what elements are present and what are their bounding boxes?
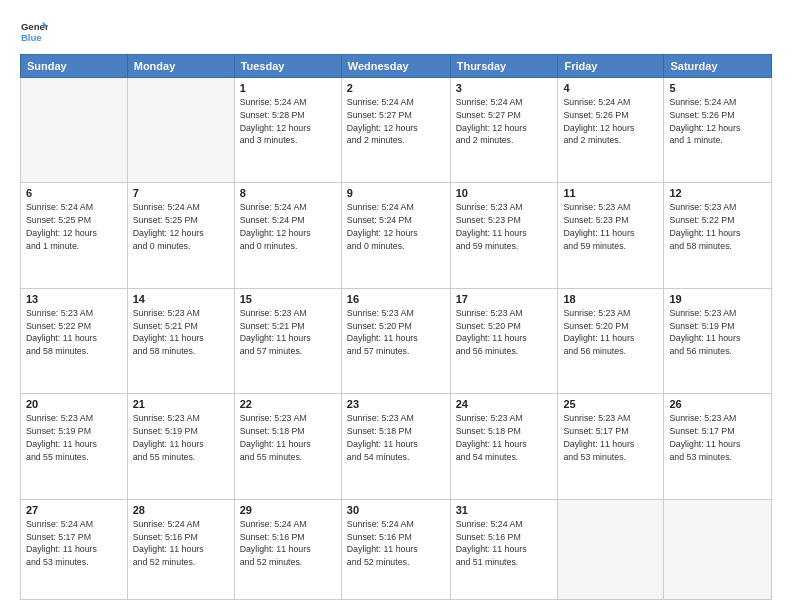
day-detail: Sunrise: 5:24 AM Sunset: 5:27 PM Dayligh… — [347, 96, 445, 147]
day-number: 25 — [563, 398, 658, 410]
calendar-cell — [21, 78, 128, 183]
day-number: 19 — [669, 293, 766, 305]
day-number: 11 — [563, 187, 658, 199]
day-detail: Sunrise: 5:24 AM Sunset: 5:16 PM Dayligh… — [240, 518, 336, 569]
day-number: 8 — [240, 187, 336, 199]
day-detail: Sunrise: 5:24 AM Sunset: 5:27 PM Dayligh… — [456, 96, 553, 147]
day-detail: Sunrise: 5:24 AM Sunset: 5:16 PM Dayligh… — [133, 518, 229, 569]
day-detail: Sunrise: 5:23 AM Sunset: 5:19 PM Dayligh… — [669, 307, 766, 358]
week-row-5: 27Sunrise: 5:24 AM Sunset: 5:17 PM Dayli… — [21, 499, 772, 599]
calendar-cell: 11Sunrise: 5:23 AM Sunset: 5:23 PM Dayli… — [558, 183, 664, 288]
day-detail: Sunrise: 5:24 AM Sunset: 5:17 PM Dayligh… — [26, 518, 122, 569]
day-number: 24 — [456, 398, 553, 410]
week-row-2: 6Sunrise: 5:24 AM Sunset: 5:25 PM Daylig… — [21, 183, 772, 288]
day-detail: Sunrise: 5:23 AM Sunset: 5:19 PM Dayligh… — [133, 412, 229, 463]
day-detail: Sunrise: 5:23 AM Sunset: 5:21 PM Dayligh… — [133, 307, 229, 358]
day-number: 1 — [240, 82, 336, 94]
day-detail: Sunrise: 5:23 AM Sunset: 5:17 PM Dayligh… — [563, 412, 658, 463]
day-detail: Sunrise: 5:24 AM Sunset: 5:26 PM Dayligh… — [563, 96, 658, 147]
day-number: 31 — [456, 504, 553, 516]
page-header: General Blue — [20, 18, 772, 46]
day-detail: Sunrise: 5:23 AM Sunset: 5:19 PM Dayligh… — [26, 412, 122, 463]
weekday-header-friday: Friday — [558, 55, 664, 78]
day-detail: Sunrise: 5:23 AM Sunset: 5:17 PM Dayligh… — [669, 412, 766, 463]
calendar-cell: 18Sunrise: 5:23 AM Sunset: 5:20 PM Dayli… — [558, 288, 664, 393]
day-number: 29 — [240, 504, 336, 516]
calendar-cell: 31Sunrise: 5:24 AM Sunset: 5:16 PM Dayli… — [450, 499, 558, 599]
day-number: 17 — [456, 293, 553, 305]
day-number: 20 — [26, 398, 122, 410]
calendar-table: SundayMondayTuesdayWednesdayThursdayFrid… — [20, 54, 772, 600]
weekday-header-row: SundayMondayTuesdayWednesdayThursdayFrid… — [21, 55, 772, 78]
weekday-header-sunday: Sunday — [21, 55, 128, 78]
calendar-cell: 16Sunrise: 5:23 AM Sunset: 5:20 PM Dayli… — [341, 288, 450, 393]
day-detail: Sunrise: 5:23 AM Sunset: 5:20 PM Dayligh… — [456, 307, 553, 358]
calendar-cell: 25Sunrise: 5:23 AM Sunset: 5:17 PM Dayli… — [558, 394, 664, 499]
day-detail: Sunrise: 5:23 AM Sunset: 5:23 PM Dayligh… — [563, 201, 658, 252]
day-detail: Sunrise: 5:24 AM Sunset: 5:28 PM Dayligh… — [240, 96, 336, 147]
day-number: 26 — [669, 398, 766, 410]
logo: General Blue — [20, 18, 48, 46]
calendar-cell: 27Sunrise: 5:24 AM Sunset: 5:17 PM Dayli… — [21, 499, 128, 599]
weekday-header-wednesday: Wednesday — [341, 55, 450, 78]
day-detail: Sunrise: 5:24 AM Sunset: 5:16 PM Dayligh… — [347, 518, 445, 569]
day-detail: Sunrise: 5:23 AM Sunset: 5:20 PM Dayligh… — [347, 307, 445, 358]
calendar-cell: 12Sunrise: 5:23 AM Sunset: 5:22 PM Dayli… — [664, 183, 772, 288]
calendar-cell: 10Sunrise: 5:23 AM Sunset: 5:23 PM Dayli… — [450, 183, 558, 288]
day-number: 12 — [669, 187, 766, 199]
calendar-cell: 20Sunrise: 5:23 AM Sunset: 5:19 PM Dayli… — [21, 394, 128, 499]
calendar-cell: 6Sunrise: 5:24 AM Sunset: 5:25 PM Daylig… — [21, 183, 128, 288]
day-detail: Sunrise: 5:24 AM Sunset: 5:24 PM Dayligh… — [347, 201, 445, 252]
day-number: 16 — [347, 293, 445, 305]
calendar-cell: 17Sunrise: 5:23 AM Sunset: 5:20 PM Dayli… — [450, 288, 558, 393]
calendar-cell: 4Sunrise: 5:24 AM Sunset: 5:26 PM Daylig… — [558, 78, 664, 183]
day-number: 13 — [26, 293, 122, 305]
day-number: 21 — [133, 398, 229, 410]
day-number: 7 — [133, 187, 229, 199]
day-number: 18 — [563, 293, 658, 305]
calendar-cell: 23Sunrise: 5:23 AM Sunset: 5:18 PM Dayli… — [341, 394, 450, 499]
calendar-cell: 5Sunrise: 5:24 AM Sunset: 5:26 PM Daylig… — [664, 78, 772, 183]
calendar-cell: 22Sunrise: 5:23 AM Sunset: 5:18 PM Dayli… — [234, 394, 341, 499]
calendar-cell: 9Sunrise: 5:24 AM Sunset: 5:24 PM Daylig… — [341, 183, 450, 288]
calendar-cell: 30Sunrise: 5:24 AM Sunset: 5:16 PM Dayli… — [341, 499, 450, 599]
day-detail: Sunrise: 5:24 AM Sunset: 5:24 PM Dayligh… — [240, 201, 336, 252]
day-detail: Sunrise: 5:24 AM Sunset: 5:26 PM Dayligh… — [669, 96, 766, 147]
day-number: 14 — [133, 293, 229, 305]
calendar-cell: 2Sunrise: 5:24 AM Sunset: 5:27 PM Daylig… — [341, 78, 450, 183]
day-detail: Sunrise: 5:23 AM Sunset: 5:22 PM Dayligh… — [26, 307, 122, 358]
calendar-cell: 7Sunrise: 5:24 AM Sunset: 5:25 PM Daylig… — [127, 183, 234, 288]
calendar-page: General Blue SundayMondayTuesdayWednesda… — [0, 0, 792, 612]
day-number: 27 — [26, 504, 122, 516]
calendar-cell: 28Sunrise: 5:24 AM Sunset: 5:16 PM Dayli… — [127, 499, 234, 599]
day-number: 30 — [347, 504, 445, 516]
calendar-cell: 21Sunrise: 5:23 AM Sunset: 5:19 PM Dayli… — [127, 394, 234, 499]
day-detail: Sunrise: 5:23 AM Sunset: 5:18 PM Dayligh… — [347, 412, 445, 463]
day-number: 23 — [347, 398, 445, 410]
day-number: 6 — [26, 187, 122, 199]
week-row-1: 1Sunrise: 5:24 AM Sunset: 5:28 PM Daylig… — [21, 78, 772, 183]
day-number: 2 — [347, 82, 445, 94]
day-detail: Sunrise: 5:24 AM Sunset: 5:25 PM Dayligh… — [133, 201, 229, 252]
day-detail: Sunrise: 5:23 AM Sunset: 5:18 PM Dayligh… — [456, 412, 553, 463]
calendar-cell: 1Sunrise: 5:24 AM Sunset: 5:28 PM Daylig… — [234, 78, 341, 183]
day-detail: Sunrise: 5:24 AM Sunset: 5:16 PM Dayligh… — [456, 518, 553, 569]
day-number: 3 — [456, 82, 553, 94]
day-number: 22 — [240, 398, 336, 410]
week-row-3: 13Sunrise: 5:23 AM Sunset: 5:22 PM Dayli… — [21, 288, 772, 393]
logo-icon: General Blue — [20, 18, 48, 46]
day-detail: Sunrise: 5:23 AM Sunset: 5:23 PM Dayligh… — [456, 201, 553, 252]
calendar-cell: 29Sunrise: 5:24 AM Sunset: 5:16 PM Dayli… — [234, 499, 341, 599]
weekday-header-tuesday: Tuesday — [234, 55, 341, 78]
week-row-4: 20Sunrise: 5:23 AM Sunset: 5:19 PM Dayli… — [21, 394, 772, 499]
weekday-header-thursday: Thursday — [450, 55, 558, 78]
calendar-cell: 3Sunrise: 5:24 AM Sunset: 5:27 PM Daylig… — [450, 78, 558, 183]
weekday-header-monday: Monday — [127, 55, 234, 78]
calendar-cell: 14Sunrise: 5:23 AM Sunset: 5:21 PM Dayli… — [127, 288, 234, 393]
calendar-cell: 19Sunrise: 5:23 AM Sunset: 5:19 PM Dayli… — [664, 288, 772, 393]
day-detail: Sunrise: 5:23 AM Sunset: 5:20 PM Dayligh… — [563, 307, 658, 358]
day-detail: Sunrise: 5:23 AM Sunset: 5:22 PM Dayligh… — [669, 201, 766, 252]
day-number: 9 — [347, 187, 445, 199]
day-number: 10 — [456, 187, 553, 199]
day-number: 4 — [563, 82, 658, 94]
